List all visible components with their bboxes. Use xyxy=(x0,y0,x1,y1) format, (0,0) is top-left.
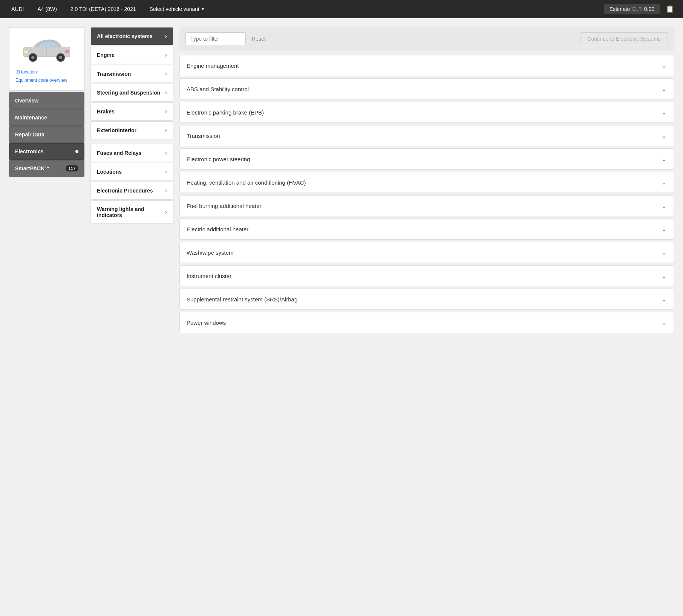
menu-btn-locations[interactable]: Locations › xyxy=(90,163,173,181)
navbar: AUDI A4 (8W) 2.0 TDI (DETA) 2016 - 2021 … xyxy=(0,0,683,18)
vehicle-card: ID location Equipment code overview xyxy=(9,27,84,91)
system-item-hvac[interactable]: Heating, ventilation and air conditionin… xyxy=(179,172,674,193)
menu-label-brakes: Brakes xyxy=(97,109,115,115)
continue-button[interactable]: Continue to Electronic Systems xyxy=(580,32,668,45)
arrow-right-icon: › xyxy=(165,168,167,175)
sidebar-item-smartpack[interactable]: SmartPACK™ 117 xyxy=(9,160,84,177)
system-label-eps: Electronic power steering xyxy=(187,156,250,162)
menu-btn-brakes[interactable]: Brakes › xyxy=(90,102,173,121)
menu-label-electronic-procedures: Electronic Procedures xyxy=(97,188,153,194)
system-label-srs-airbag: Supplemental restraint system (SRS)/Airb… xyxy=(187,296,297,303)
menu-btn-exterior-interior[interactable]: Exterior/Interior › xyxy=(90,121,173,139)
clipboard-button[interactable]: 📋 xyxy=(663,3,677,15)
nav-model[interactable]: A4 (8W) xyxy=(32,4,62,14)
menu-btn-transmission[interactable]: Transmission › xyxy=(90,65,173,83)
arrow-right-icon: › xyxy=(165,127,167,134)
menu-btn-steering-suspension[interactable]: Steering and Suspension › xyxy=(90,84,173,102)
menu-label-fuses-relays: Fuses and Relays xyxy=(97,150,141,156)
system-item-instrument-cluster[interactable]: Instrument cluster⌄ xyxy=(179,265,674,286)
chevron-down-icon: ⌄ xyxy=(661,108,667,116)
chevron-down-icon: ⌄ xyxy=(661,225,667,233)
system-label-electric-heater: Electric additional heater xyxy=(187,226,248,232)
sidebar-item-maintenance[interactable]: Maintenance xyxy=(9,109,84,126)
system-item-transmission[interactable]: Transmission⌄ xyxy=(179,125,674,146)
sidebar-item-electronics[interactable]: Electronics xyxy=(9,143,84,160)
search-input[interactable] xyxy=(185,32,246,45)
nav-variant-selector[interactable]: Select vehicle variant ▾ xyxy=(144,4,209,14)
menu-gap xyxy=(90,140,173,143)
menu-label-locations: Locations xyxy=(97,169,122,175)
menu-label-all-electronic-systems: All electronic systems xyxy=(97,33,153,39)
chevron-down-icon: ⌄ xyxy=(661,131,667,140)
menu-btn-fuses-relays[interactable]: Fuses and Relays › xyxy=(90,144,173,162)
system-label-fuel-heater: Fuel burning additional heater xyxy=(187,203,261,209)
system-label-hvac: Heating, ventilation and air conditionin… xyxy=(187,179,306,186)
electronics-active-indicator xyxy=(75,150,78,153)
system-label-abs-stability: ABS and Stability control xyxy=(187,86,249,92)
vehicle-image xyxy=(20,34,73,64)
system-item-wash-wipe[interactable]: Wash/wipe system⌄ xyxy=(179,242,674,263)
system-label-wash-wipe: Wash/wipe system xyxy=(187,249,233,256)
chevron-down-icon: ⌄ xyxy=(661,295,667,303)
arrow-right-icon: › xyxy=(165,33,167,40)
svg-rect-6 xyxy=(65,50,69,53)
nav-menu: Overview Maintenance Repair Data Electro… xyxy=(9,92,84,177)
smartpack-badge: 117 xyxy=(66,165,78,171)
equipment-code-link[interactable]: Equipment code overview xyxy=(15,76,78,85)
system-item-power-windows[interactable]: Power windows⌄ xyxy=(179,312,674,333)
system-item-electric-heater[interactable]: Electric additional heater⌄ xyxy=(179,219,674,240)
arrow-right-icon: › xyxy=(165,209,167,216)
chevron-down-icon: ⌄ xyxy=(661,202,667,210)
svg-point-4 xyxy=(59,56,62,59)
vehicle-links: ID location Equipment code overview xyxy=(15,68,78,84)
svg-rect-5 xyxy=(24,50,28,53)
estimate-value: 0.00 xyxy=(644,6,654,12)
left-sidebar: ID location Equipment code overview Over… xyxy=(9,27,84,607)
arrow-right-icon: › xyxy=(165,108,167,115)
filter-bar: Reset Continue to Electronic Systems xyxy=(179,27,674,50)
svg-point-2 xyxy=(31,56,35,59)
system-item-srs-airbag[interactable]: Supplemental restraint system (SRS)/Airb… xyxy=(179,289,674,310)
system-label-engine-management: Engine management xyxy=(187,63,239,69)
system-item-engine-management[interactable]: Engine management⌄ xyxy=(179,55,674,76)
system-item-abs-stability[interactable]: ABS and Stability control⌄ xyxy=(179,78,674,99)
menu-btn-warning-lights[interactable]: Warning lights and indicators › xyxy=(90,200,173,224)
system-list: Engine management⌄ABS and Stability cont… xyxy=(179,55,674,333)
chevron-down-icon: ⌄ xyxy=(661,155,667,163)
reset-button[interactable]: Reset xyxy=(250,33,267,45)
chevron-down-icon: ⌄ xyxy=(661,178,667,186)
system-label-epb: Electronic parking brake (EPB) xyxy=(187,109,264,116)
id-location-link[interactable]: ID location xyxy=(15,68,78,76)
sidebar-item-overview[interactable]: Overview xyxy=(9,92,84,109)
nav-engine[interactable]: 2.0 TDI (DETA) 2016 - 2021 xyxy=(65,4,141,14)
arrow-right-icon: › xyxy=(165,150,167,156)
arrow-right-icon: › xyxy=(165,52,167,58)
menu-label-warning-lights: Warning lights and indicators xyxy=(97,206,165,218)
menu-btn-engine[interactable]: Engine › xyxy=(90,46,173,64)
estimate-label: Estimate xyxy=(609,6,630,12)
chevron-down-icon: ⌄ xyxy=(661,85,667,93)
menu-label-transmission: Transmission xyxy=(97,71,131,77)
system-item-fuel-heater[interactable]: Fuel burning additional heater⌄ xyxy=(179,195,674,216)
menu-label-exterior-interior: Exterior/Interior xyxy=(97,127,136,133)
main-layout: ID location Equipment code overview Over… xyxy=(0,18,683,616)
chevron-down-icon: ⌄ xyxy=(661,318,667,327)
chevron-down-icon: ▾ xyxy=(202,6,204,12)
right-panel: Reset Continue to Electronic Systems Eng… xyxy=(179,27,674,607)
system-label-instrument-cluster: Instrument cluster xyxy=(187,273,231,279)
estimate-currency: EUR xyxy=(632,6,642,12)
system-label-power-windows: Power windows xyxy=(187,319,226,326)
nav-brand[interactable]: AUDI xyxy=(6,4,29,14)
system-item-epb[interactable]: Electronic parking brake (EPB)⌄ xyxy=(179,102,674,123)
menu-label-steering-suspension: Steering and Suspension xyxy=(97,90,160,96)
menu-btn-all-electronic-systems[interactable]: All electronic systems › xyxy=(90,27,173,45)
chevron-down-icon: ⌄ xyxy=(661,248,667,257)
chevron-down-icon: ⌄ xyxy=(661,272,667,280)
arrow-right-icon: › xyxy=(165,70,167,77)
estimate-box: Estimate EUR 0.00 xyxy=(604,4,660,14)
menu-btn-electronic-procedures[interactable]: Electronic Procedures › xyxy=(90,182,173,200)
chevron-down-icon: ⌄ xyxy=(661,61,667,70)
system-item-eps[interactable]: Electronic power steering⌄ xyxy=(179,148,674,170)
system-label-transmission: Transmission xyxy=(187,133,220,139)
sidebar-item-repair-data[interactable]: Repair Data xyxy=(9,126,84,143)
